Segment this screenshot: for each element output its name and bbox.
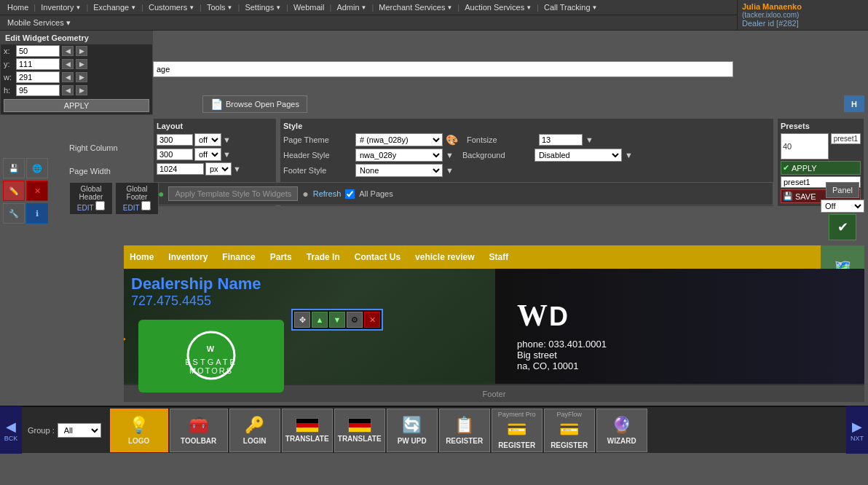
logo-button[interactable]: 💡 LOGO bbox=[110, 409, 168, 452]
save-icon-btn[interactable]: 💾 bbox=[3, 158, 25, 178]
wrench-icon-btn[interactable]: 🔧 bbox=[3, 203, 25, 224]
pagewidth-unit-select[interactable]: px bbox=[205, 162, 232, 176]
nav-exchange[interactable]: Exchange ▼ bbox=[89, 3, 141, 12]
preview-nav-contact[interactable]: Contact Us bbox=[355, 252, 401, 262]
page-theme-label: Page Theme bbox=[283, 135, 352, 144]
page-theme-icon: 🎨 bbox=[446, 134, 458, 146]
x-down[interactable]: ▶ bbox=[76, 46, 87, 56]
bck-button[interactable]: ◀ BCK bbox=[0, 406, 22, 454]
preset1-item[interactable]: preset1 bbox=[831, 133, 861, 144]
w-input[interactable] bbox=[16, 71, 60, 83]
preset-apply-button[interactable]: ✔ APPLY bbox=[781, 161, 861, 175]
preview-nav-parts[interactable]: Parts bbox=[270, 252, 292, 262]
toolbar-buttons-row: 💡 LOGO 🧰 TOOLBAR 🔑 LOGIN TRANSLA bbox=[107, 409, 846, 452]
logo-w: W ESTGATE MOTORS bbox=[167, 330, 255, 382]
widget-settings-btn[interactable]: ⚙ bbox=[347, 312, 363, 328]
nav-tools[interactable]: Tools ▼ bbox=[202, 3, 237, 12]
pagewidth-input[interactable] bbox=[157, 163, 204, 175]
presets-title: Presets bbox=[781, 122, 861, 130]
widget-delete-btn[interactable]: ✕ bbox=[364, 312, 380, 328]
layout-row2-select[interactable]: off bbox=[194, 148, 221, 161]
panel-select[interactable]: Off bbox=[821, 200, 864, 213]
nav-mobile[interactable]: Mobile Services ▾ bbox=[3, 18, 75, 28]
h-down[interactable]: ▶ bbox=[76, 85, 87, 95]
preview-nav-staff[interactable]: Staff bbox=[489, 252, 509, 262]
nav-admin[interactable]: Admin ▼ bbox=[332, 3, 371, 12]
info-icon-btn[interactable]: ℹ bbox=[26, 203, 48, 224]
nav-home[interactable]: Home bbox=[3, 3, 33, 12]
preview-nav-vehicle[interactable]: vehicle review bbox=[415, 252, 474, 262]
global-header-checkbox[interactable] bbox=[95, 201, 105, 210]
refresh-button[interactable]: Refresh bbox=[313, 189, 342, 198]
nav-webmail[interactable]: Webmail bbox=[289, 3, 329, 12]
footer-style-select[interactable]: None bbox=[355, 164, 443, 177]
w-up[interactable]: ◀ bbox=[62, 72, 74, 82]
global-footer-box[interactable]: Global Footer EDIT bbox=[115, 182, 159, 215]
delete-icon-btn[interactable]: ✕ bbox=[26, 181, 48, 201]
translate-de-button[interactable]: TRANSLATE bbox=[282, 409, 333, 452]
h-button[interactable]: H bbox=[844, 95, 864, 112]
group-select[interactable]: All bbox=[58, 423, 101, 438]
h-input[interactable] bbox=[16, 84, 60, 96]
layout-row1-select[interactable]: off bbox=[194, 133, 221, 146]
nav-auction-arrow: ▼ bbox=[526, 4, 532, 11]
background-select[interactable]: Disabled bbox=[534, 149, 622, 162]
globe-icon-btn[interactable]: 🌐 bbox=[26, 158, 48, 178]
nav-tracking[interactable]: Call Tracking ▼ bbox=[540, 3, 602, 12]
y-input[interactable] bbox=[16, 58, 60, 70]
toolbar-button[interactable]: 🧰 TOOLBAR bbox=[170, 409, 228, 452]
save-icon: 💾 bbox=[783, 192, 793, 201]
global-footer-checkbox[interactable] bbox=[141, 201, 151, 210]
nav-customers[interactable]: Customers ▼ bbox=[144, 3, 199, 12]
url-input[interactable] bbox=[157, 65, 730, 74]
presets-list[interactable]: 40 bbox=[781, 133, 829, 159]
register-button-1[interactable]: 📋 REGISTER bbox=[439, 409, 490, 452]
global-footer-edit[interactable]: EDIT bbox=[123, 204, 140, 212]
nav-inventory[interactable]: Inventory ▼ bbox=[36, 3, 85, 12]
user-email: (tacker.ixloo.com) bbox=[742, 11, 864, 19]
widget-up-btn[interactable]: ▲ bbox=[312, 312, 328, 328]
pw-upd-button[interactable]: 🔄 PW UPD bbox=[387, 409, 438, 452]
global-header-box[interactable]: Global Header EDIT bbox=[69, 182, 113, 215]
translate-es-button[interactable]: TRANSLATE bbox=[334, 409, 385, 452]
register-payflow-button[interactable]: PayFlow 💳 REGISTER bbox=[544, 409, 595, 452]
header-style-row: Header Style nwa_028y ▼ Background Disab… bbox=[283, 149, 770, 162]
widget-move-btn[interactable]: ✥ bbox=[294, 312, 310, 328]
fontsize-input[interactable] bbox=[539, 134, 583, 146]
user-panel: Julia Manaenko (tacker.ixloo.com) Dealer… bbox=[737, 0, 868, 30]
layout-row1-input[interactable] bbox=[157, 134, 193, 146]
browse-pages-button[interactable]: 📄 Browse Open Pages bbox=[202, 95, 307, 113]
footer-style-label: Footer Style bbox=[283, 166, 352, 175]
x-label: x: bbox=[4, 47, 14, 55]
preview-nav-inventory[interactable]: Inventory bbox=[168, 252, 208, 262]
x-input[interactable] bbox=[16, 45, 60, 57]
widget-down-btn[interactable]: ▼ bbox=[329, 312, 345, 328]
y-up[interactable]: ◀ bbox=[62, 59, 74, 69]
wizard-button[interactable]: 🔮 WIZARD bbox=[596, 409, 647, 452]
preview-nav-tradein[interactable]: Trade In bbox=[307, 252, 340, 262]
preview-nav-home[interactable]: Home bbox=[130, 252, 154, 262]
panel-apply-button[interactable]: ✔ bbox=[829, 214, 856, 240]
eraser-icon-btn[interactable]: ✏️ bbox=[3, 181, 25, 201]
w-down[interactable]: ▶ bbox=[76, 72, 87, 82]
x-up[interactable]: ◀ bbox=[62, 46, 74, 56]
w-row: w: ◀ ▶ bbox=[1, 71, 152, 84]
nav-auction[interactable]: Auction Services ▼ bbox=[460, 3, 536, 12]
nav-merchant[interactable]: Merchant Services ▼ bbox=[374, 3, 457, 12]
page-theme-select[interactable]: # (nwa_028y) bbox=[355, 133, 443, 146]
apply-template-button[interactable]: Apply Template Style To Widgets bbox=[168, 186, 298, 201]
global-header-edit[interactable]: EDIT bbox=[77, 204, 94, 212]
global-header-label: Global Header bbox=[74, 185, 108, 201]
all-pages-checkbox[interactable] bbox=[345, 189, 355, 199]
header-style-select[interactable]: nwa_028y bbox=[355, 149, 443, 162]
preview-nav-finance[interactable]: Finance bbox=[222, 252, 255, 262]
login-button[interactable]: 🔑 LOGIN bbox=[229, 409, 280, 452]
geometry-apply-button[interactable]: APPLY bbox=[4, 99, 149, 112]
widget-toolbar: ✥ ▲ ▼ ⚙ ✕ bbox=[291, 309, 383, 331]
register-payment-pro-button[interactable]: Payment Pro 💳 REGISTER bbox=[492, 409, 542, 452]
nav-settings[interactable]: Settings ▼ bbox=[240, 3, 285, 12]
y-down[interactable]: ▶ bbox=[76, 59, 87, 69]
nxt-button[interactable]: ▶ NXT bbox=[846, 406, 868, 454]
layout-row2-input[interactable] bbox=[157, 149, 193, 160]
h-up[interactable]: ◀ bbox=[62, 85, 74, 95]
